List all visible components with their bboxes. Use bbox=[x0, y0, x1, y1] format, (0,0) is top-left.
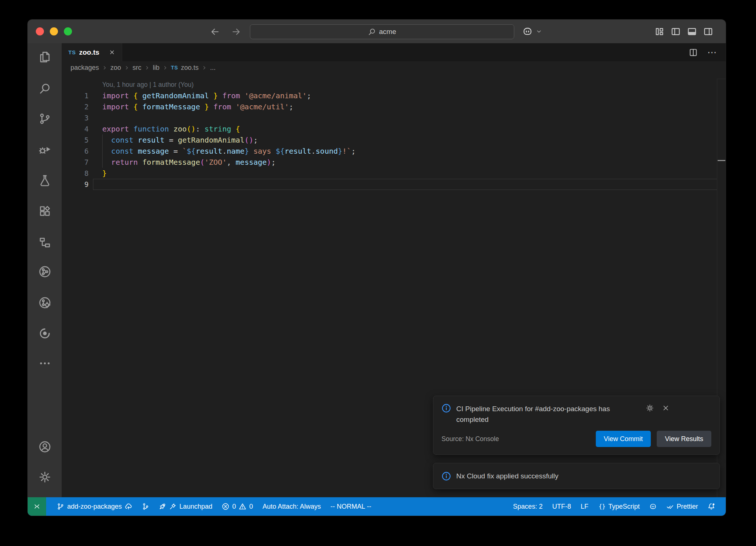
title-bar: acme bbox=[28, 20, 726, 43]
breadcrumb: packageszoosrclibTSzoo.ts... bbox=[62, 61, 726, 74]
copilot-menu[interactable] bbox=[522, 20, 542, 43]
status-encoding[interactable]: UTF-8 bbox=[547, 497, 576, 516]
warning-icon bbox=[239, 503, 246, 510]
braces-icon: {} bbox=[598, 503, 605, 510]
activity-item-extensions[interactable] bbox=[37, 203, 53, 219]
activity-item-search[interactable] bbox=[37, 81, 53, 97]
search-icon bbox=[368, 28, 376, 36]
line-number: 6 bbox=[62, 146, 89, 157]
code-line[interactable]: 8} bbox=[62, 168, 726, 179]
layout-controls bbox=[654, 20, 713, 43]
activity-item-nx-cloud[interactable] bbox=[37, 294, 53, 311]
status-problems[interactable]: 00 bbox=[217, 497, 258, 516]
line-number: 5 bbox=[62, 134, 89, 146]
activity-item-source-control[interactable] bbox=[37, 110, 53, 127]
breadcrumb-item-file[interactable]: zoo.ts bbox=[181, 64, 199, 72]
code-line[interactable]: 7 return formatMessage('ZOO', message); bbox=[62, 157, 726, 168]
breadcrumb-item-packages[interactable]: packages bbox=[71, 64, 99, 72]
status-git-branch[interactable]: add-zoo-packages bbox=[52, 497, 137, 516]
notification-toast-ci-pipeline: CI Pipeline Execution for #add-zoo-packa… bbox=[433, 396, 720, 455]
accounts-icon bbox=[39, 441, 51, 453]
double-check-icon bbox=[666, 503, 674, 510]
close-tab-icon[interactable] bbox=[109, 49, 115, 55]
typescript-file-icon: TS bbox=[171, 65, 178, 71]
customize-layout-button[interactable] bbox=[654, 27, 664, 37]
code-line-content bbox=[89, 112, 102, 123]
references-icon bbox=[39, 236, 51, 249]
run-and-debug-icon bbox=[39, 144, 51, 156]
code-line-content: return formatMessage('ZOO', message); bbox=[89, 157, 276, 168]
status-remote-indicator[interactable] bbox=[28, 497, 46, 516]
search-icon bbox=[39, 83, 51, 95]
status-copilot-status[interactable] bbox=[645, 497, 662, 516]
code-line-content: export function zoo(): string { bbox=[89, 123, 240, 134]
notification-close-icon[interactable] bbox=[662, 404, 670, 412]
code-line-content: import { getRandomAnimal } from '@acme/a… bbox=[89, 90, 311, 101]
code-line[interactable]: 6 const message = `${result.name} says $… bbox=[62, 146, 726, 157]
notification-settings-icon[interactable] bbox=[646, 404, 654, 412]
line-number: 9 bbox=[62, 179, 89, 190]
toggle-primary-sidebar-button[interactable] bbox=[671, 27, 681, 37]
status-git-graph[interactable] bbox=[137, 497, 154, 516]
code-line[interactable]: 2import { formatMessage } from '@acme/ut… bbox=[62, 101, 726, 112]
command-center-search[interactable]: acme bbox=[250, 24, 514, 39]
status-language-mode[interactable]: {}TypeScript bbox=[593, 497, 645, 516]
breadcrumb-item-zoo[interactable]: zoo bbox=[110, 64, 121, 72]
line-number: 4 bbox=[62, 123, 89, 134]
activity-item-settings[interactable] bbox=[37, 469, 53, 485]
close-window-button[interactable] bbox=[36, 27, 44, 35]
code-line-content: import { formatMessage } from '@acme/uti… bbox=[89, 101, 293, 112]
code-line[interactable]: 3 bbox=[62, 112, 726, 123]
activity-item-browser-preview[interactable] bbox=[37, 325, 53, 341]
toggle-panel-button[interactable] bbox=[687, 27, 697, 37]
code-line-content: const result = getRandomAnimal(); bbox=[89, 134, 258, 146]
editor-more-actions-icon[interactable]: ⋯ bbox=[707, 48, 717, 57]
activity-bar bbox=[28, 43, 62, 497]
code-line[interactable]: 5 const result = getRandomAnimal(); bbox=[62, 134, 726, 146]
code-line[interactable]: 9 bbox=[62, 179, 726, 190]
activity-item-references[interactable] bbox=[37, 234, 53, 250]
activity-item-testing[interactable] bbox=[37, 172, 53, 188]
activity-item-run-and-debug[interactable] bbox=[37, 141, 53, 158]
code-line[interactable]: 4export function zoo(): string { bbox=[62, 123, 726, 134]
toggle-secondary-sidebar-button[interactable] bbox=[703, 27, 713, 37]
breadcrumb-item-src[interactable]: src bbox=[133, 64, 141, 72]
settings-icon bbox=[39, 471, 51, 483]
line-number: 7 bbox=[62, 157, 89, 168]
svg-text:{}: {} bbox=[599, 503, 605, 510]
search-value: acme bbox=[379, 28, 396, 36]
status-eol[interactable]: LF bbox=[576, 497, 593, 516]
history-forward-button[interactable] bbox=[231, 27, 241, 37]
history-back-button[interactable] bbox=[210, 27, 220, 37]
status-indentation[interactable]: Spaces: 2 bbox=[508, 497, 547, 516]
notification-toast-nx-cloud: Nx Cloud fix applied successfully bbox=[433, 463, 720, 489]
code-line-content bbox=[89, 179, 102, 190]
tab-bar: TS zoo.ts ⋯ bbox=[62, 43, 726, 61]
status-launchpad[interactable]: Launchpad bbox=[154, 497, 217, 516]
activity-item-nx-console[interactable] bbox=[37, 263, 53, 280]
code-line-content: } bbox=[89, 168, 107, 179]
split-editor-icon[interactable] bbox=[689, 48, 698, 57]
tab-zoo-ts[interactable]: TS zoo.ts bbox=[62, 43, 122, 61]
nx-console-icon bbox=[39, 266, 51, 278]
git-blame-annotation: You, 1 hour ago | 1 author (You) bbox=[102, 79, 726, 90]
code-line[interactable]: 1import { getRandomAnimal } from '@acme/… bbox=[62, 90, 726, 101]
activity-item-more[interactable] bbox=[37, 355, 53, 371]
breadcrumb-item-lib[interactable]: lib bbox=[153, 64, 159, 72]
chevron-right-icon bbox=[124, 65, 130, 71]
line-number: 8 bbox=[62, 168, 89, 179]
view-results-button[interactable]: View Results bbox=[657, 431, 711, 447]
minimize-window-button[interactable] bbox=[50, 27, 58, 35]
activity-item-explorer[interactable] bbox=[37, 49, 53, 65]
status-formatter-prettier[interactable]: Prettier bbox=[662, 497, 703, 516]
activity-item-accounts[interactable] bbox=[37, 438, 53, 455]
zoom-window-button[interactable] bbox=[64, 27, 72, 35]
status-auto-attach[interactable]: Auto Attach: Always bbox=[258, 497, 326, 516]
status-notifications-bell[interactable] bbox=[703, 497, 720, 516]
view-commit-button[interactable]: View Commit bbox=[596, 431, 651, 447]
branch-icon bbox=[57, 503, 64, 510]
breadcrumb-symbol-ellipsis[interactable]: ... bbox=[210, 64, 216, 72]
status-vim-mode[interactable]: -- NORMAL -- bbox=[326, 497, 376, 516]
indent-guide bbox=[102, 134, 103, 168]
notification-message: Nx Cloud fix applied successfully bbox=[456, 471, 706, 481]
